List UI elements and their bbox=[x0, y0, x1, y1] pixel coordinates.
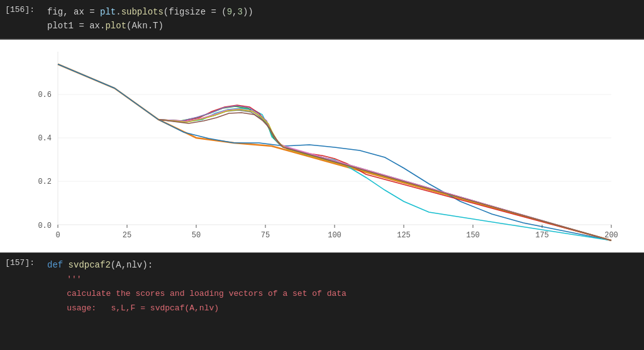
code-text: fig, ax = bbox=[47, 7, 100, 17]
fn-name: svdpcaf2 bbox=[69, 260, 111, 270]
cell-157: [157]: def svdpcaf2(A,nlv): ''' calculat… bbox=[0, 253, 644, 321]
y-label-06: 0.6 bbox=[38, 91, 52, 99]
code-plt: plt bbox=[100, 7, 116, 17]
cell-157-number: [157]: bbox=[0, 253, 41, 321]
docstring-line2: usage: s,L,F = svdpcaf(A,nlv) bbox=[47, 303, 219, 313]
x-label-25: 25 bbox=[123, 231, 131, 240]
cell-156-code: fig, ax = plt.subplots(figsize = (9,3)) … bbox=[41, 0, 644, 38]
code-paren: (figsize = ( bbox=[164, 7, 227, 17]
plot-area: 0.0 0.2 0.4 0.6 0 25 50 75 100 125 150 1… bbox=[0, 39, 644, 253]
x-label-175: 175 bbox=[535, 231, 549, 240]
x-label-50: 50 bbox=[192, 231, 201, 240]
x-label-150: 150 bbox=[466, 231, 480, 240]
code-3: 3 bbox=[238, 7, 243, 17]
code-cparen: )) bbox=[243, 7, 253, 17]
kw-def: def bbox=[47, 260, 69, 270]
cell-156: [156]: fig, ax = plt.subplots(figsize = … bbox=[0, 0, 644, 39]
chart-bg bbox=[58, 52, 611, 225]
code-comma: , bbox=[232, 7, 237, 17]
y-label-04: 0.4 bbox=[38, 134, 52, 143]
x-label-75: 75 bbox=[261, 231, 270, 240]
code-subplots: subplots bbox=[121, 7, 164, 17]
chart-svg: 0.0 0.2 0.4 0.6 0 25 50 75 100 125 150 1… bbox=[20, 45, 624, 247]
code-akn: (Akn.T) bbox=[126, 21, 164, 31]
code-dot: . bbox=[116, 7, 121, 17]
code-axplot: plot bbox=[105, 21, 126, 31]
x-label-0: 0 bbox=[55, 231, 60, 240]
docstring-open: ''' bbox=[47, 274, 82, 284]
y-label-02: 0.2 bbox=[38, 178, 52, 186]
docstring-line1: calculate the scores and loading vectors… bbox=[47, 289, 347, 298]
x-label-100: 100 bbox=[328, 231, 341, 240]
code-9: 9 bbox=[227, 7, 232, 17]
fn-args: (A,nlv): bbox=[111, 260, 153, 270]
code-plot1: plot1 = ax. bbox=[47, 21, 105, 31]
x-label-125: 125 bbox=[397, 231, 411, 240]
y-label-0: 0.0 bbox=[38, 222, 52, 230]
cell-156-number: [156]: bbox=[0, 0, 41, 38]
cell-157-code: def svdpcaf2(A,nlv): ''' calculate the s… bbox=[41, 253, 644, 321]
